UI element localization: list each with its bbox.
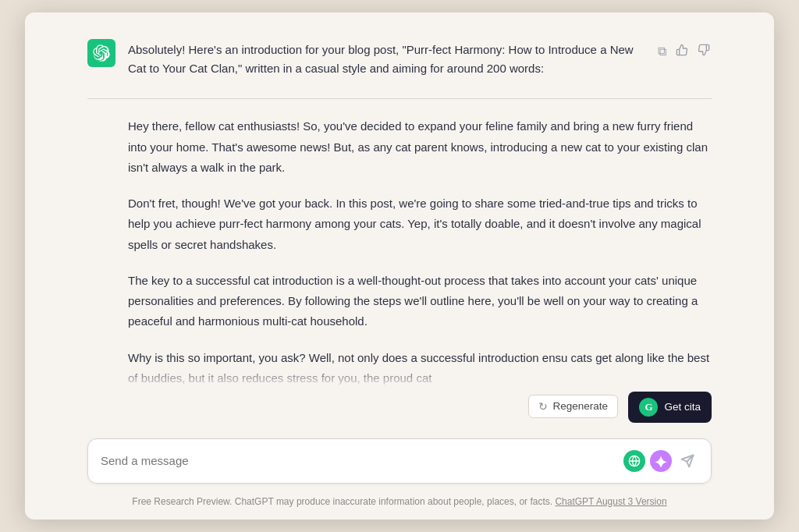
regenerate-icon: ↻ bbox=[538, 400, 548, 413]
sparkle-icon bbox=[655, 455, 667, 467]
message-actions: ⧉ bbox=[656, 37, 712, 61]
ai-avatar bbox=[87, 39, 115, 67]
citation-g-icon: G bbox=[639, 398, 658, 417]
footer-text: Free Research Preview. ChatGPT may produ… bbox=[132, 496, 552, 507]
input-icons bbox=[623, 450, 698, 472]
footer-link[interactable]: ChatGPT August 3 Version bbox=[555, 496, 666, 507]
globe-icon bbox=[628, 455, 641, 467]
claude-icon[interactable] bbox=[650, 450, 672, 472]
browse-web-icon[interactable] bbox=[623, 450, 645, 472]
message-divider bbox=[87, 98, 712, 99]
paragraph-3: The key to a successful cat introduction… bbox=[128, 271, 712, 332]
thumbs-up-icon[interactable] bbox=[674, 42, 690, 61]
regenerate-label: Regenerate bbox=[552, 400, 608, 412]
overlay-area: ↻ Regenerate G Get cita bbox=[128, 388, 712, 426]
ai-message-block: Absolutely! Here's an introduction for y… bbox=[87, 37, 712, 425]
input-area bbox=[25, 426, 774, 490]
send-button[interactable] bbox=[676, 450, 698, 472]
input-box bbox=[87, 438, 712, 484]
message-intro: Absolutely! Here's an introduction for y… bbox=[128, 37, 644, 78]
paragraph-2: Don't fret, though! We've got your back.… bbox=[128, 193, 712, 255]
get-citation-label: Get cita bbox=[664, 401, 701, 413]
regenerate-button[interactable]: ↻ Regenerate bbox=[528, 395, 618, 418]
footer: Free Research Preview. ChatGPT may produ… bbox=[25, 490, 774, 520]
chat-window: Absolutely! Here's an introduction for y… bbox=[25, 12, 774, 519]
thumbs-down-icon[interactable] bbox=[696, 42, 712, 61]
paragraph-4-truncated: Why is this so important, you ask? Well,… bbox=[128, 348, 712, 388]
chat-area: Absolutely! Here's an introduction for y… bbox=[25, 12, 774, 425]
paragraph-1: Hey there, fellow cat enthusiasts! So, y… bbox=[128, 116, 712, 178]
message-input[interactable] bbox=[101, 454, 617, 467]
get-citation-button[interactable]: G Get cita bbox=[628, 392, 712, 423]
send-icon bbox=[680, 454, 694, 468]
openai-logo-icon bbox=[93, 44, 110, 62]
message-body: Hey there, fellow cat enthusiasts! So, y… bbox=[87, 116, 712, 388]
copy-icon[interactable]: ⧉ bbox=[656, 43, 668, 60]
message-header: Absolutely! Here's an introduction for y… bbox=[87, 37, 712, 78]
